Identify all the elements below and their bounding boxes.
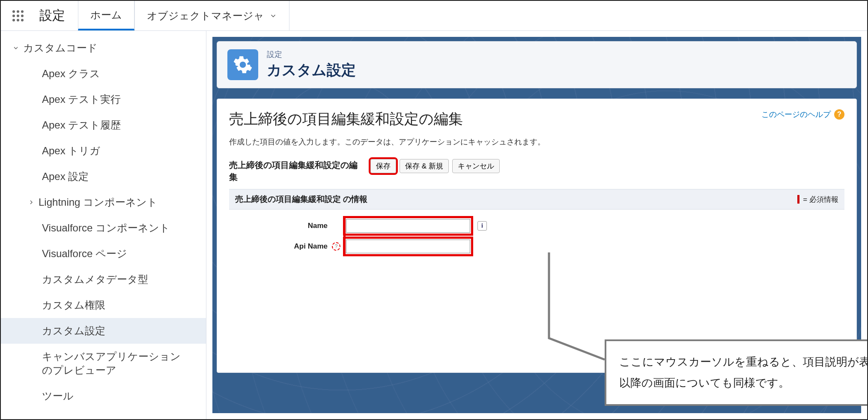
sidebar-parent-custom-code[interactable]: カスタムコード (1, 35, 206, 61)
sidebar-item-canvas-previewer[interactable]: キャンバスアプリケーションのプレビューア (1, 344, 206, 383)
sidebar-item-apex-trigger[interactable]: Apex トリガ (1, 138, 206, 164)
save-and-new-button[interactable]: 保存 & 新規 (400, 159, 449, 173)
svg-point-5 (21, 15, 24, 17)
gear-icon (227, 49, 258, 80)
chevron-right-icon (27, 199, 36, 206)
svg-point-6 (12, 19, 15, 21)
required-legend: = 必須情報 (797, 195, 838, 204)
sidebar-item-custom-permission[interactable]: カスタム権限 (1, 292, 206, 318)
name-label: Name (255, 222, 332, 230)
required-legend-text: = 必須情報 (803, 195, 838, 204)
sidebar-item-tools[interactable]: ツール (1, 383, 206, 409)
sidebar-item-vf-pages[interactable]: Visualforce ページ (1, 241, 206, 267)
page-help-link[interactable]: このページのヘルプ ? (761, 109, 844, 120)
tab-home[interactable]: ホーム (78, 1, 134, 30)
callout-line-2: 以降の画面についても同様です。 (619, 372, 867, 393)
sidebar-item-label: Visualforce コンポーネント (42, 221, 170, 235)
sidebar-item-label: カスタム設定 (42, 324, 105, 338)
sidebar-item-label: キャンバスアプリケーションのプレビューア (42, 350, 189, 377)
app-root: 設定 ホーム オブジェクトマネージャ カスタムコード Apex クラス Apex (0, 0, 868, 420)
page-title: 売上締後の項目編集緩和設定の編集 (229, 109, 463, 129)
sidebar-parent-label: カスタムコード (23, 41, 98, 55)
content-card: 売上締後の項目編集緩和設定の編集 このページのヘルプ ? 作成した項目の値を入力… (217, 99, 857, 373)
breadcrumb: 設定 (267, 49, 356, 60)
section-title: 売上締後の項目編集緩和設定 の情報 (235, 194, 367, 205)
sidebar-item-custom-metadata[interactable]: カスタムメタデータ型 (1, 267, 206, 292)
section-header: 売上締後の項目編集緩和設定 の情報 = 必須情報 (229, 189, 844, 210)
sidebar-item-apex-classes[interactable]: Apex クラス (1, 61, 206, 87)
page-header-card: 設定 カスタム設定 (217, 41, 857, 88)
callout-line-1: ここにマウスカーソルを重ねると、項目説明が表示されます。 (619, 351, 867, 372)
page-help-link-label: このページのヘルプ (761, 109, 831, 120)
page-header-title: カスタム設定 (267, 60, 356, 80)
tab-object-manager-label: オブジェクトマネージャ (147, 9, 264, 23)
sidebar: カスタムコード Apex クラス Apex テスト実行 Apex テスト履歴 A… (1, 31, 206, 419)
info-icon[interactable]: i (477, 221, 487, 231)
sidebar-item-apex-test-history[interactable]: Apex テスト履歴 (1, 112, 206, 138)
help-icon: ? (834, 109, 844, 120)
svg-point-4 (17, 15, 19, 17)
api-name-input[interactable] (346, 240, 470, 253)
app-launcher-icon[interactable] (1, 1, 35, 30)
sidebar-item-label: Apex テスト実行 (42, 93, 121, 106)
sidebar-item-apex-settings[interactable]: Apex 設定 (1, 164, 206, 189)
svg-point-0 (12, 10, 15, 13)
form-row-api-name: Api Name ? (255, 236, 844, 257)
sidebar-scroll[interactable]: カスタムコード Apex クラス Apex テスト実行 Apex テスト履歴 A… (1, 31, 206, 419)
input-highlight (343, 237, 473, 256)
chevron-down-icon (269, 12, 277, 20)
api-name-label: Api Name (255, 242, 332, 251)
tab-home-label: ホーム (90, 8, 122, 22)
sidebar-item-apex-test-exec[interactable]: Apex テスト実行 (1, 87, 206, 112)
topbar-title: 設定 (35, 1, 78, 30)
svg-point-8 (21, 19, 24, 21)
sidebar-item-label: Apex クラス (42, 67, 100, 81)
input-highlight (343, 216, 473, 236)
sidebar-item-label: Apex テスト履歴 (42, 118, 121, 132)
sidebar-item-label: Visualforce ページ (42, 247, 127, 261)
svg-point-1 (17, 10, 19, 13)
sidebar-item-label: Apex 設定 (42, 170, 89, 183)
sidebar-item-label: カスタムメタデータ型 (42, 273, 148, 286)
svg-point-3 (12, 15, 15, 17)
sidebar-item-label: ツール (42, 389, 74, 403)
callout-box: ここにマウスカーソルを重ねると、項目説明が表示されます。 以降の画面についても同… (605, 339, 867, 406)
cancel-button[interactable]: キャンセル (452, 159, 500, 173)
chevron-down-icon (11, 45, 21, 51)
main-content: 設定 カスタム設定 売上締後の項目編集緩和設定の編集 このページのヘルプ ? 作… (206, 31, 867, 419)
tab-object-manager[interactable]: オブジェクトマネージャ (134, 1, 289, 30)
required-bar-icon (797, 195, 799, 204)
svg-point-2 (21, 10, 24, 13)
name-input[interactable] (346, 219, 470, 233)
sidebar-item-label: カスタム権限 (42, 298, 105, 312)
svg-point-7 (17, 19, 19, 21)
sidebar-item-label: Lightning コンポーネント (39, 195, 158, 209)
save-button[interactable]: 保存 (370, 159, 396, 173)
field-help-icon[interactable]: ? (332, 242, 340, 251)
button-row: 保存 保存 & 新規 キャンセル (370, 159, 500, 173)
sidebar-item-lightning-components[interactable]: Lightning コンポーネント (1, 189, 206, 215)
sidebar-item-label: Apex トリガ (42, 144, 100, 158)
page-description: 作成した項目の値を入力します。このデータは、アプリケーションにキャッシュされます… (229, 137, 844, 147)
topbar: 設定 ホーム オブジェクトマネージャ (1, 1, 867, 31)
sidebar-item-custom-settings[interactable]: カスタム設定 (1, 318, 206, 344)
form-caption: 売上締後の項目編集緩和設定の編集 (229, 159, 358, 183)
form-row-name: Name i (255, 216, 844, 236)
sidebar-item-vf-components[interactable]: Visualforce コンポーネント (1, 215, 206, 241)
